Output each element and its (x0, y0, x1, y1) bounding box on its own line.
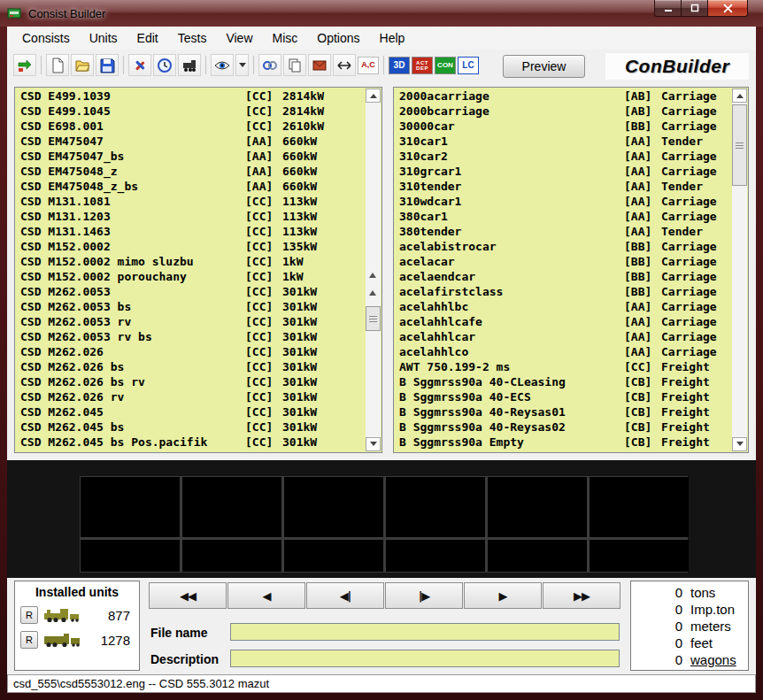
engine-row[interactable]: CSD M131.1203 [CC] 113kW (15, 209, 366, 224)
wagon-row[interactable]: B Sggmrss90a 40-Reysas02 [CB] Freight (394, 419, 732, 435)
scrollbar-thumb[interactable] (366, 306, 381, 331)
nav-first-button[interactable]: ◀◀ (149, 582, 227, 609)
menu-units[interactable]: Units (80, 27, 127, 49)
scroll-up-button[interactable] (366, 88, 381, 103)
minimize-button[interactable] (654, 0, 682, 17)
preview-button[interactable]: Preview (503, 55, 585, 78)
menu-misc[interactable]: Misc (263, 27, 308, 49)
train-units-button[interactable] (178, 54, 201, 76)
wagon-row[interactable]: acelafirstclass [BB] Carriage (394, 284, 732, 299)
consist-slot[interactable] (488, 477, 587, 537)
scroll-chevron-icon[interactable] (369, 287, 376, 296)
consist-slot[interactable] (590, 477, 689, 537)
consist-slot[interactable] (590, 540, 689, 572)
reload-database-button[interactable] (13, 54, 36, 76)
maximize-button[interactable] (682, 0, 707, 17)
close-button[interactable] (707, 0, 748, 17)
wagon-row[interactable]: B Sggmrss90a 40-ECS [CB] Freight (394, 389, 732, 404)
engine-row[interactable]: CSD M262.045 bs Pos.pacifik [CC] 301kW (15, 435, 366, 450)
menu-options[interactable]: Options (307, 27, 369, 49)
scroll-up-button[interactable] (732, 88, 747, 103)
engine-row[interactable]: CSD M262.0053 bs [CC] 301kW (15, 299, 366, 314)
menu-view[interactable]: View (216, 27, 262, 49)
engine-row[interactable]: CSD M262.026 rv [CC] 301kW (15, 389, 366, 404)
wagon-row[interactable]: 310car2 [AA] Carriage (394, 149, 732, 164)
tools-button[interactable] (128, 54, 151, 76)
engine-row[interactable]: CSD M152.0002 mimo sluzbu [CC] 1kW (15, 254, 366, 269)
wagon-row[interactable]: 310wdcar1 [AA] Carriage (394, 194, 732, 209)
engine-row[interactable]: CSD M262.0053 rv [CC] 301kW (15, 314, 366, 329)
engine-row[interactable]: CSD E499.1039 [CC] 2814kW (15, 88, 366, 104)
engine-row[interactable]: CSD EM475047 [AA] 660kW (15, 134, 366, 149)
consist-slot[interactable] (386, 540, 485, 572)
history-button[interactable] (153, 54, 176, 76)
engine-row[interactable]: CSD M131.1081 [CC] 113kW (15, 194, 366, 209)
wagon-scrollbar[interactable] (732, 88, 747, 451)
view-dropdown-button[interactable] (235, 54, 249, 76)
copy-consist-button[interactable] (283, 54, 306, 76)
wagon-row[interactable]: B Sggmrss90a 40-Reysas01 [CB] Freight (394, 404, 732, 419)
loco-mode-button[interactable]: LC (458, 57, 479, 74)
menu-tests[interactable]: Tests (168, 27, 217, 49)
engine-row[interactable]: CSD M262.026 bs rv [CC] 301kW (15, 374, 366, 389)
wagon-row[interactable]: 380tender [AA] Tender (394, 224, 732, 239)
wagon-row[interactable]: 30000car [BB] Carriage (394, 119, 732, 134)
wagon-row[interactable]: acelahhlco [AA] Carriage (394, 344, 732, 359)
send-mail-button[interactable] (308, 54, 331, 76)
description-input[interactable] (230, 650, 620, 667)
engine-row[interactable]: CSD M262.045 [CC] 301kW (15, 404, 366, 419)
wagon-row[interactable]: B Sggmrss90a 40-CLeasing [CB] Freight (394, 374, 732, 389)
engine-row[interactable]: CSD EM475048_z_bs [AA] 660kW (15, 179, 366, 194)
engine-row[interactable]: CSD EM475048_z [AA] 660kW (15, 164, 366, 179)
wagon-row[interactable]: 310tender [AA] Tender (394, 179, 732, 194)
consist-slot[interactable] (182, 477, 281, 537)
save-consist-button[interactable] (96, 54, 119, 76)
view-button[interactable] (211, 54, 234, 76)
scrollbar-thumb[interactable] (732, 104, 747, 186)
wagon-row[interactable]: acelahhlcar [AA] Carriage (394, 329, 732, 344)
engine-row[interactable]: CSD EM475047_bs [AA] 660kW (15, 149, 366, 164)
new-consist-button[interactable] (46, 54, 69, 76)
refresh-wagons-button[interactable]: R (20, 631, 38, 649)
wagon-row[interactable]: 2000bcarriage [AB] Carriage (394, 104, 732, 119)
open-consist-button[interactable] (71, 54, 94, 76)
engine-row[interactable]: CSD M152.0002 porouchany [CC] 1kW (15, 269, 366, 284)
wagon-row[interactable]: acelaendcar [BB] Carriage (394, 269, 732, 284)
consist-slot[interactable] (81, 540, 180, 572)
couple-units-button[interactable] (258, 54, 281, 76)
view-3d-button[interactable]: 3D (389, 57, 410, 74)
wagon-row[interactable]: 380car1 [AA] Carriage (394, 209, 732, 224)
engine-row[interactable]: CSD M262.0053 [CC] 301kW (15, 284, 366, 299)
wagon-row[interactable]: 2000acarriage [AB] Carriage (394, 88, 732, 104)
engine-row[interactable]: CSD M262.045 bs [CC] 301kW (15, 419, 366, 435)
wagon-row[interactable]: B Sggmrss90a Empty [CB] Freight (394, 435, 732, 450)
wagon-row[interactable]: 310car1 [AA] Tender (394, 134, 732, 149)
engine-row[interactable]: CSD M262.026 bs [CC] 301kW (15, 359, 366, 374)
refresh-engines-button[interactable]: R (20, 606, 38, 624)
engine-scrollbar[interactable] (366, 88, 381, 451)
wagon-row[interactable]: AWT 750.199-2 ms [CC] Freight (394, 359, 732, 374)
engine-row[interactable]: CSD M262.026 [CC] 301kW (15, 344, 366, 359)
engine-row[interactable]: CSD M131.1463 [CC] 113kW (15, 224, 366, 239)
nav-step-forward-button[interactable]: |▶ (385, 582, 463, 609)
engine-row[interactable]: CSD M152.0002 [CC] 135kW (15, 239, 366, 254)
ac-filter-button[interactable]: A,C (358, 57, 379, 74)
wagon-row[interactable]: 310grcar1 [AA] Carriage (394, 164, 732, 179)
wagon-row[interactable]: acelabistrocar [BB] Carriage (394, 239, 732, 254)
nav-last-button[interactable]: ▶▶ (543, 582, 620, 609)
wagon-row[interactable]: acelacar [BB] Carriage (394, 254, 732, 269)
consist-slot[interactable] (284, 477, 383, 537)
wagon-row[interactable]: acelahhlcafe [AA] Carriage (394, 314, 732, 329)
menu-edit[interactable]: Edit (127, 27, 168, 49)
activity-dep-button[interactable]: ACT DEP (412, 57, 433, 74)
consist-slot[interactable] (81, 477, 180, 537)
consist-slot[interactable] (182, 540, 281, 572)
reverse-consist-button[interactable] (333, 54, 356, 76)
consist-preview-strip[interactable] (7, 460, 756, 578)
consist-slot[interactable] (488, 540, 587, 572)
nav-previous-button[interactable]: ◀ (227, 582, 305, 609)
scroll-chevron-icon[interactable] (369, 269, 376, 278)
engine-row[interactable]: CSD E698.001 [CC] 2610kW (15, 119, 366, 134)
engine-row[interactable]: CSD M262.0053 rv bs [CC] 301kW (15, 329, 366, 344)
nav-step-back-button[interactable]: ◀| (306, 582, 384, 609)
